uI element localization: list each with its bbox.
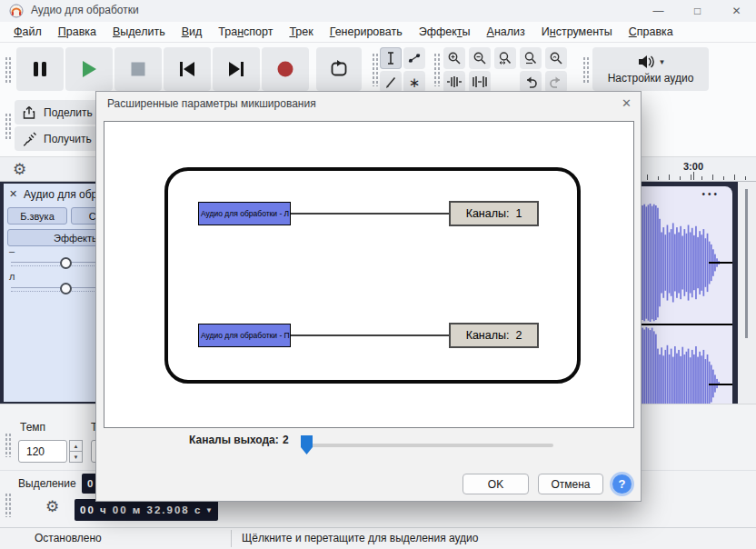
dropdown-arrow-icon[interactable]: ▼ (205, 506, 213, 514)
clip-menu-dots-icon[interactable]: ••• (701, 189, 720, 199)
zero-line-left (709, 262, 732, 264)
loop-button[interactable] (316, 47, 362, 91)
pause-button[interactable] (16, 47, 64, 91)
ruler-major-tick (693, 172, 694, 180)
skip-start-icon (178, 60, 196, 78)
play-button[interactable] (65, 47, 113, 91)
mute-button[interactable]: Б.звука (7, 207, 67, 225)
selection-options-gear-icon[interactable]: ⚙ (45, 497, 59, 516)
audio-setup-toolbar-grip[interactable] (582, 55, 589, 83)
mixer-bus-outline (164, 167, 581, 384)
time-signature-toolbar-grip[interactable] (4, 432, 11, 457)
undo-button[interactable] (520, 71, 542, 93)
skip-to-end-button[interactable] (213, 47, 260, 91)
skip-to-start-button[interactable] (164, 47, 211, 91)
menu-item-9[interactable]: Анализ (479, 25, 533, 38)
status-separator (231, 530, 232, 547)
ruler-tick (745, 176, 746, 180)
selection-time-field[interactable]: 00 ч 00 м 32.908 с ▼ (75, 499, 218, 521)
tools-toolbar-grip[interactable] (371, 52, 378, 86)
output-channels-slider-thumb[interactable] (301, 435, 313, 454)
tempo-spin-down[interactable]: ▼ (69, 451, 83, 463)
play-icon (80, 60, 98, 78)
menu-item-11[interactable]: Справка (621, 25, 681, 38)
menu-item-2[interactable]: Правка (50, 25, 104, 38)
selection-tool-button[interactable] (380, 47, 402, 69)
mixer-channel-box-1[interactable]: Каналы: 1 (449, 201, 539, 226)
multi-tool-button[interactable]: ∗ (403, 71, 425, 93)
chevron-down-icon: ▾ (660, 57, 664, 66)
track-close-icon[interactable]: ✕ (9, 188, 17, 200)
stop-button[interactable] (114, 47, 162, 91)
dialog-close-icon[interactable]: ✕ (622, 96, 632, 110)
transport-toolbar-grip[interactable] (4, 55, 11, 83)
record-button[interactable] (262, 47, 309, 91)
draw-tool-button[interactable] (380, 71, 402, 93)
silence-selection-button[interactable] (469, 71, 491, 93)
menu-item-7[interactable]: Генерировать (322, 25, 411, 38)
share-toolbar-grip[interactable] (4, 112, 11, 139)
mixer-panel[interactable]: Аудио для обработки - Л Аудио для обрабо… (104, 121, 634, 428)
zoom-selection-icon (498, 51, 512, 65)
gain-slider-thumb[interactable] (60, 257, 72, 269)
pan-slider-thumb[interactable] (60, 283, 72, 294)
zoom-toggle-icon (549, 51, 563, 65)
status-state: Остановлено (35, 532, 102, 544)
audacity-window: Аудио для обработки — □ ✕ ФайлПравкаВыде… (0, 0, 756, 549)
vertical-scrollbar-thumb[interactable] (745, 189, 748, 338)
audio-setup-button[interactable]: ▾ Настройки аудио (592, 47, 709, 91)
zoom-fit-button[interactable] (520, 47, 542, 69)
mixer-track-box-2[interactable]: Аудио для обработки - П (198, 324, 291, 347)
mixer-channel-box-2[interactable]: Каналы: 2 (449, 323, 539, 348)
ruler-tick (647, 175, 648, 180)
zoom-in-button[interactable] (443, 47, 465, 69)
edit-toolbar-grip[interactable] (433, 52, 440, 86)
tempo-field[interactable]: 120 (18, 440, 67, 463)
zoom-out-button[interactable] (469, 47, 491, 69)
dialog-title-bar[interactable]: Расширенные параметры микширования ✕ (96, 92, 641, 115)
audio-setup-label: Настройки аудио (608, 72, 694, 85)
close-button[interactable]: ✕ (717, 0, 756, 22)
share-audio-label: Поделить (44, 106, 93, 119)
speaker-icon (637, 54, 655, 70)
advanced-mixing-dialog: Расширенные параметры микширования ✕ Ауд… (95, 91, 642, 502)
trim-outside-selection-button[interactable] (443, 71, 465, 93)
envelope-tool-button[interactable] (403, 47, 425, 69)
maximize-button[interactable]: □ (678, 0, 717, 22)
status-bar: Остановлено Щёлкните и перетащите для вы… (0, 527, 756, 549)
minimize-button[interactable]: — (639, 0, 678, 22)
vertical-scrollbar[interactable] (738, 182, 756, 404)
zoom-selection-button[interactable] (494, 47, 516, 69)
get-effects-label: Получить (44, 133, 92, 145)
mixer-track-box-1[interactable]: Аудио для обработки - Л (198, 202, 291, 225)
mixer-link-line-2 (291, 334, 449, 336)
zoom-in-icon (447, 51, 462, 65)
menu-item-1[interactable]: Файл (5, 25, 50, 38)
ruler-tick (723, 176, 724, 180)
status-hint: Щёлкните и перетащите для выделения ауди… (242, 532, 478, 544)
zoom-toggle-button[interactable] (545, 47, 567, 69)
output-channels-slider-track[interactable] (301, 444, 553, 447)
redo-button[interactable] (545, 71, 567, 93)
title-bar: Аудио для обработки — □ ✕ (0, 0, 756, 22)
zoom-out-icon (472, 51, 487, 65)
zero-line-right (709, 384, 732, 385)
ruler-tick (691, 175, 691, 180)
menu-item-4[interactable]: Вид (174, 25, 211, 38)
help-button[interactable]: ? (610, 472, 634, 496)
output-channels-label: Каналы выхода: (189, 434, 279, 446)
timeline-options-gear-icon[interactable]: ⚙ (13, 160, 26, 179)
redo-icon (549, 75, 563, 89)
toolbar-dock: ∗ (0, 43, 756, 96)
menu-item-5[interactable]: Транспорт (210, 25, 281, 38)
ok-button[interactable]: OK (463, 474, 529, 494)
menu-item-8[interactable]: Эффекты (411, 25, 479, 38)
selection-ibeam-icon (383, 51, 398, 65)
ruler-tick (669, 175, 670, 180)
menu-item-3[interactable]: Выделить (104, 25, 174, 38)
menu-item-6[interactable]: Трек (281, 25, 321, 38)
selection-toolbar-grip[interactable] (4, 492, 11, 517)
cancel-button[interactable]: Отмена (538, 474, 603, 494)
menu-item-10[interactable]: Инструменты (533, 25, 621, 38)
ruler-tick (734, 175, 735, 180)
